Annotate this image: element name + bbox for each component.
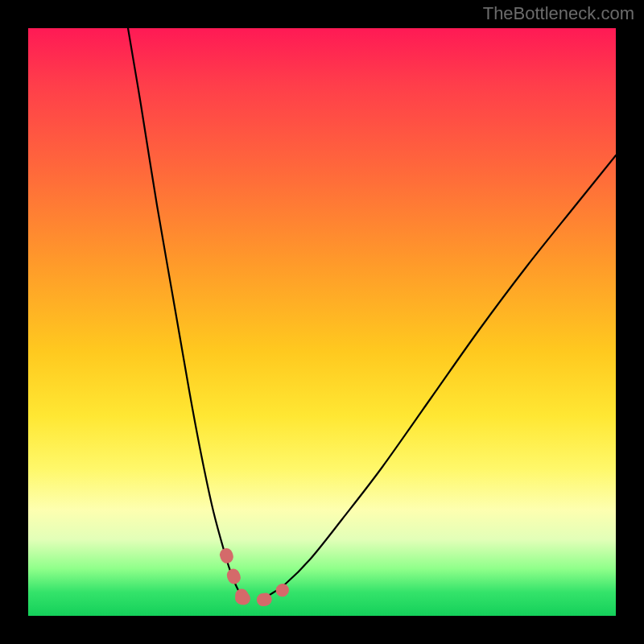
chart-frame: TheBottleneck.com (0, 0, 644, 644)
series-valley-mark-bottom (242, 590, 283, 600)
curve-layer (28, 28, 616, 616)
plot-area (28, 28, 616, 616)
series-right-curve (270, 155, 616, 595)
series-left-curve (128, 28, 242, 595)
watermark-text: TheBottleneck.com (483, 3, 634, 24)
series-valley-mark-left (226, 555, 243, 598)
